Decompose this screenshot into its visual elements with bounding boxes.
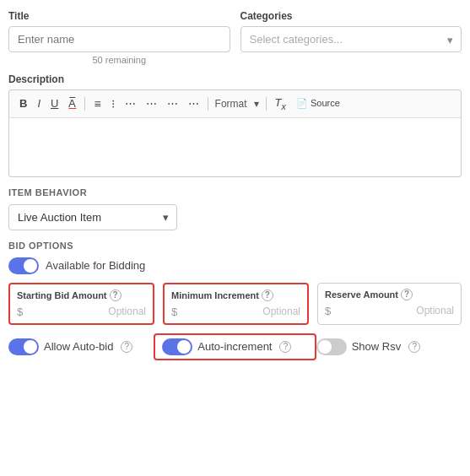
starting-bid-input-row: $ Optional xyxy=(17,306,146,318)
bold-button[interactable]: B xyxy=(16,95,30,111)
allow-autobid-label: Allow Auto-bid xyxy=(44,340,113,353)
toolbar-divider-2 xyxy=(208,97,208,111)
format-arrow: ▾ xyxy=(254,98,259,110)
auto-increment-group: Auto-increment ? xyxy=(154,333,316,360)
categories-select[interactable]: Select categories... xyxy=(240,26,462,52)
show-rsv-toggle[interactable] xyxy=(316,338,347,355)
clear-format-button[interactable]: Tx xyxy=(272,95,289,113)
auto-increment-slider xyxy=(162,338,192,355)
title-group: Title 50 remaining xyxy=(8,10,230,65)
title-input[interactable] xyxy=(8,26,230,52)
bid-fields-row: Starting Bid Amount ? $ Optional Minimum… xyxy=(8,283,462,325)
categories-label: Categories xyxy=(240,10,462,22)
available-for-bidding-label: Available for Bidding xyxy=(46,259,145,272)
reserve-amount-input-row: $ Optional xyxy=(325,305,454,317)
editor-toolbar: B I U A̅ ≡ ⁝ ⋯ ⋯ ⋯ ⋯ Format ▾ Tx 📄 Sourc… xyxy=(8,89,462,118)
categories-select-wrapper: Select categories... xyxy=(240,26,462,52)
unordered-list-button[interactable]: ⁝ xyxy=(108,95,118,112)
behavior-select-wrapper: Live Auction Item Silent Auction Item Bu… xyxy=(8,204,177,230)
starting-bid-currency: $ xyxy=(17,306,23,318)
reserve-amount-label: Reserve Amount ? xyxy=(325,289,454,300)
reserve-amount-help-icon[interactable]: ? xyxy=(401,289,413,300)
categories-group: Categories Select categories... xyxy=(240,10,462,65)
toggles-bottom-row: Allow Auto-bid ? Auto-increment ? Show R… xyxy=(8,333,462,360)
minimum-increment-field: Minimum Increment ? $ Optional xyxy=(163,283,309,325)
ordered-list-button[interactable]: ≡ xyxy=(90,95,104,112)
allow-autobid-help-icon[interactable]: ? xyxy=(121,341,132,353)
available-for-bidding-row: Available for Bidding xyxy=(8,257,462,274)
bid-options-section-title: BID OPTIONS xyxy=(8,241,462,251)
align-justify-button[interactable]: ⋯ xyxy=(185,95,203,111)
description-group: Description B I U A̅ ≡ ⁝ ⋯ ⋯ ⋯ ⋯ Format … xyxy=(8,73,462,177)
show-rsv-group: Show Rsv ? xyxy=(316,338,462,355)
auto-increment-toggle[interactable] xyxy=(162,338,192,355)
starting-bid-label: Starting Bid Amount ? xyxy=(17,289,146,301)
description-label: Description xyxy=(8,73,462,85)
allow-autobid-toggle[interactable] xyxy=(8,338,39,355)
allow-autobid-group: Allow Auto-bid ? xyxy=(8,338,154,355)
minimum-increment-currency: $ xyxy=(171,306,177,318)
starting-bid-help-icon[interactable]: ? xyxy=(110,289,122,301)
show-rsv-help-icon[interactable]: ? xyxy=(408,341,420,353)
show-rsv-label: Show Rsv xyxy=(352,340,402,353)
toolbar-divider-1 xyxy=(84,97,85,111)
source-button[interactable]: 📄 Source xyxy=(293,96,343,111)
behavior-select[interactable]: Live Auction Item Silent Auction Item Bu… xyxy=(8,204,177,230)
minimum-increment-input-row: $ Optional xyxy=(171,306,300,318)
underline-button[interactable]: U xyxy=(47,95,62,111)
format-label: Format xyxy=(215,98,247,110)
reserve-amount-placeholder: Optional xyxy=(334,305,454,316)
editor-body[interactable] xyxy=(8,118,462,177)
minimum-increment-placeholder: Optional xyxy=(181,306,300,317)
toggle-slider xyxy=(8,257,39,274)
toolbar-divider-3 xyxy=(266,97,267,111)
allow-autobid-slider xyxy=(8,338,39,355)
title-label: Title xyxy=(8,10,230,22)
starting-bid-placeholder: Optional xyxy=(26,306,146,317)
reserve-amount-currency: $ xyxy=(325,305,331,317)
minimum-increment-help-icon[interactable]: ? xyxy=(262,289,273,301)
show-rsv-slider xyxy=(316,338,347,355)
char-count: 50 remaining xyxy=(8,55,230,65)
italic-button[interactable]: I xyxy=(34,95,44,111)
starting-bid-field: Starting Bid Amount ? $ Optional xyxy=(8,283,154,325)
available-for-bidding-toggle[interactable] xyxy=(8,257,39,274)
item-behavior-section-title: ITEM BEHAVIOR xyxy=(8,187,462,197)
reserve-amount-field: Reserve Amount ? $ Optional xyxy=(317,283,462,325)
font-color-button[interactable]: A̅ xyxy=(65,95,79,111)
minimum-increment-label: Minimum Increment ? xyxy=(171,289,300,301)
auto-increment-label: Auto-increment xyxy=(197,340,272,353)
align-left-button[interactable]: ⋯ xyxy=(122,95,139,111)
align-right-button[interactable]: ⋯ xyxy=(164,95,181,111)
auto-increment-help-icon[interactable]: ? xyxy=(279,341,291,353)
align-center-button[interactable]: ⋯ xyxy=(143,95,160,111)
